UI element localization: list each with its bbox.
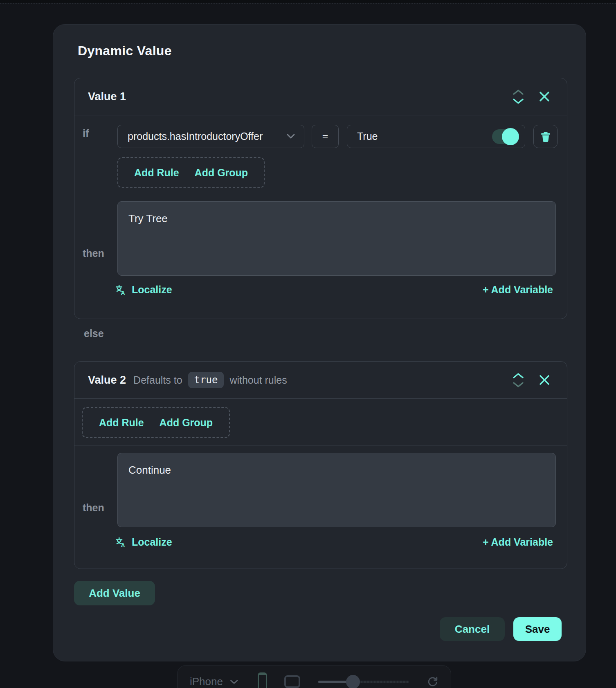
condition-value-field: True — [347, 125, 525, 148]
add-rule-group-box: Add Rule Add Group — [117, 157, 265, 188]
zoom-slider-thumb[interactable] — [346, 675, 360, 688]
add-rule-button[interactable]: Add Rule — [134, 167, 179, 179]
chevron-up-icon[interactable] — [512, 89, 524, 95]
svg-text:A: A — [121, 290, 125, 296]
value2-then-section: then Continue A Localize + Add Variable — [74, 445, 567, 569]
then-value-textarea[interactable]: Continue — [117, 453, 556, 527]
chevron-down-icon — [286, 133, 296, 139]
translate-icon: A — [115, 284, 127, 296]
default-value-chip: true — [188, 372, 224, 388]
localize-button[interactable]: A Localize — [115, 284, 172, 296]
delete-rule-button[interactable] — [533, 125, 558, 148]
background-dotted-divider — [0, 3, 616, 4]
save-button[interactable]: Save — [513, 617, 562, 641]
value2-card: Value 2 Defaults to true without rules A… — [74, 361, 567, 569]
preview-toolbar: iPhone — [177, 665, 451, 688]
modal-title: Dynamic Value — [78, 43, 172, 58]
value2-reorder-control[interactable] — [512, 373, 524, 388]
cancel-button[interactable]: Cancel — [440, 617, 505, 641]
localize-label: Localize — [132, 284, 172, 296]
else-label: else — [84, 328, 104, 340]
add-variable-button[interactable]: + Add Variable — [483, 284, 553, 296]
chevron-down-icon[interactable] — [512, 382, 524, 388]
chevron-down-icon[interactable] — [512, 98, 524, 104]
value1-condition-section: if products.hasIntroductoryOffer = True — [74, 115, 567, 199]
trash-icon — [540, 130, 551, 143]
add-group-button[interactable]: Add Group — [160, 417, 213, 429]
background-top-band — [0, 0, 616, 3]
svg-text:A: A — [121, 542, 125, 548]
add-rule-group-box: Add Rule Add Group — [82, 407, 230, 438]
if-label: if — [83, 128, 89, 139]
condition-field-value: products.hasIntroductoryOffer — [128, 130, 263, 142]
value1-card: Value 1 if products.hasIntroductoryOffer… — [74, 78, 567, 319]
add-rule-button[interactable]: Add Rule — [99, 417, 144, 429]
defaults-prefix: Defaults to — [133, 374, 182, 386]
condition-value-label: True — [357, 130, 378, 142]
value2-rules-section: Add Rule Add Group — [74, 399, 567, 445]
then-label: then — [83, 502, 104, 514]
value2-header: Value 2 Defaults to true without rules — [74, 362, 567, 399]
value1-header: Value 1 — [74, 78, 567, 115]
translate-icon: A — [115, 537, 127, 548]
close-icon[interactable] — [538, 90, 551, 103]
condition-row: products.hasIntroductoryOffer = True — [117, 125, 558, 148]
value2-title: Value 2 — [88, 374, 126, 387]
close-icon[interactable] — [538, 374, 551, 386]
condition-field-dropdown[interactable]: products.hasIntroductoryOffer — [117, 125, 304, 148]
then-label: then — [83, 247, 104, 259]
add-group-button[interactable]: Add Group — [195, 167, 248, 179]
then-value-textarea[interactable]: Try Tree — [117, 201, 556, 276]
value1-title: Value 1 — [88, 90, 126, 103]
device-selector-label[interactable]: iPhone — [190, 675, 223, 688]
add-value-button[interactable]: Add Value — [74, 581, 155, 605]
dynamic-value-modal: Dynamic Value Value 1 if products.hasInt… — [53, 24, 586, 661]
landscape-device-icon[interactable] — [284, 675, 300, 688]
condition-value-toggle[interactable] — [492, 129, 518, 144]
localize-label: Localize — [132, 536, 172, 548]
defaults-suffix: without rules — [229, 374, 287, 386]
zoom-slider[interactable] — [318, 675, 409, 688]
chevron-down-icon[interactable] — [229, 679, 239, 685]
value1-reorder-control[interactable] — [512, 89, 524, 104]
add-variable-button[interactable]: + Add Variable — [483, 536, 553, 548]
chevron-up-icon[interactable] — [512, 373, 524, 379]
localize-button[interactable]: A Localize — [115, 536, 172, 548]
condition-operator[interactable]: = — [312, 125, 339, 148]
portrait-device-icon[interactable] — [258, 672, 267, 688]
toggle-knob — [502, 128, 519, 145]
value1-then-section: then Try Tree A Localize + Add Variable — [74, 199, 567, 319]
refresh-icon[interactable] — [427, 675, 438, 688]
